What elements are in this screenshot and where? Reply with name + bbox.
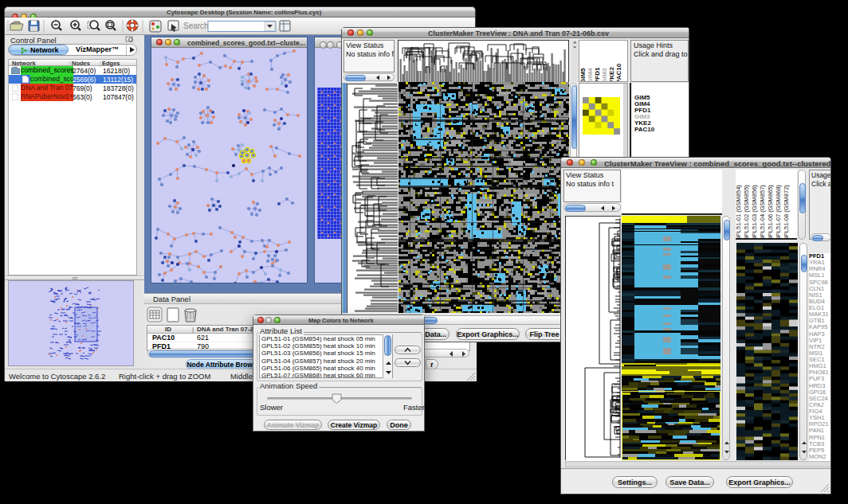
svg-text:YKE2: YKE2 — [608, 67, 615, 82]
svg-text:GPL51-08 (GSM872): GPL51-08 (GSM872) — [783, 185, 790, 240]
svg-text:PFD1: PFD1 — [594, 67, 601, 82]
svg-text:GPL51-07 (GSM868): GPL51-07 (GSM868) — [775, 185, 782, 240]
svg-text:GPL51-06 (GSM865): GPL51-06 (GSM865) — [767, 185, 774, 240]
svg-text:GPL51-02 (GSM855): GPL51-02 (GSM855) — [743, 185, 750, 240]
svg-text:GIM3: GIM3 — [601, 68, 608, 82]
svg-text:Search:: Search: — [183, 21, 210, 30]
svg-text:GPL51-04 (GSM857): GPL51-04 (GSM857) — [759, 185, 766, 240]
svg-text:GIM5: GIM5 — [579, 68, 587, 82]
svg-text:PAC10: PAC10 — [615, 63, 622, 82]
svg-text:GPL51-03 (GSM856): GPL51-03 (GSM856) — [751, 185, 758, 240]
svg-text:GIM4: GIM4 — [587, 68, 594, 82]
svg-text:GPL51-01 (GSM854): GPL51-01 (GSM854) — [736, 185, 742, 240]
